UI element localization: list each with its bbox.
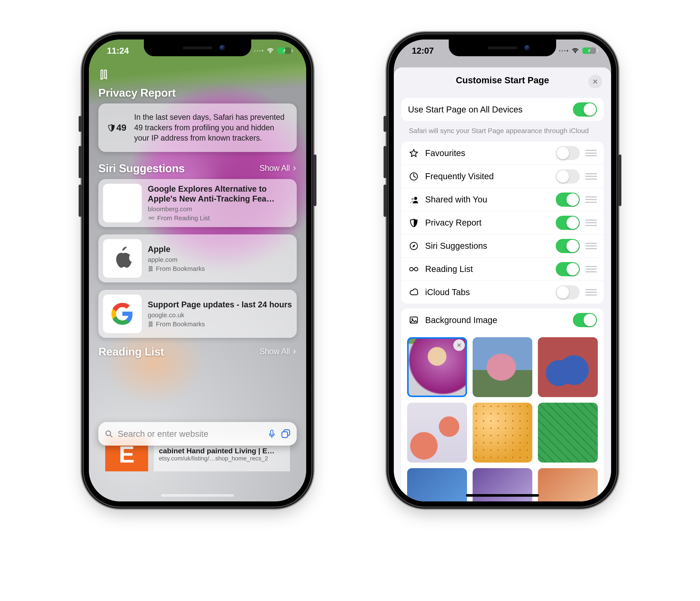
- suggestion-title: Support Page updates - last 24 hours: [148, 300, 292, 310]
- book-icon: [148, 266, 154, 271]
- status-time: 11:24: [107, 46, 129, 56]
- section-toggle[interactable]: [556, 262, 580, 276]
- suggestion-domain: google.co.uk: [148, 311, 292, 319]
- customise-sheet: Customise Start Page Use Start Page on A…: [394, 68, 611, 501]
- close-icon: [593, 79, 598, 84]
- section-label: Favourites: [425, 148, 550, 158]
- address-bar[interactable]: Search or enter website: [98, 422, 297, 446]
- sync-row: Use Start Page on All Devices: [401, 98, 604, 121]
- address-placeholder: Search or enter website: [118, 429, 263, 439]
- suggestion-source: From Bookmarks: [148, 265, 205, 272]
- drag-handle[interactable]: [585, 266, 597, 272]
- volume-down-button[interactable]: [383, 185, 386, 217]
- privacy-summary: In the last seven days, Safari has preve…: [134, 112, 287, 143]
- sync-group: Use Start Page on All Devices: [401, 98, 604, 121]
- section-row: iCloud Tabs: [401, 281, 604, 304]
- image-icon: [408, 316, 420, 324]
- section-toggle[interactable]: [556, 146, 580, 160]
- screen-left: 11:24 ⚡︎ Privacy Report 49: [89, 40, 306, 501]
- background-grid: [401, 332, 604, 501]
- sync-label: Use Start Page on All Devices: [408, 105, 567, 114]
- phone-right: 12:07 ⚡︎ Customise Start Page Use Start …: [389, 34, 616, 506]
- status-time: 12:07: [412, 46, 434, 56]
- home-indicator[interactable]: [466, 494, 539, 497]
- drag-handle[interactable]: [585, 219, 597, 226]
- search-icon: [105, 430, 113, 438]
- notch: [144, 40, 251, 56]
- section-toggle[interactable]: [556, 169, 580, 184]
- wifi-icon: [266, 47, 274, 54]
- background-group: Background Image: [401, 309, 604, 501]
- siri-suggestion-item[interactable]: Google Explores Alternative to Apple's N…: [98, 179, 297, 227]
- silence-switch[interactable]: [79, 116, 82, 132]
- chevron-right-icon: [292, 348, 297, 355]
- sheet-title: Customise Start Page: [456, 75, 549, 85]
- close-button[interactable]: [588, 75, 602, 88]
- drag-handle[interactable]: [585, 289, 597, 295]
- phone-left: 11:24 ⚡︎ Privacy Report 49: [84, 34, 311, 506]
- sync-toggle[interactable]: [573, 102, 597, 116]
- shield-icon: [108, 124, 115, 132]
- clock-icon: [408, 172, 420, 181]
- section-toggle[interactable]: [556, 239, 580, 253]
- home-indicator[interactable]: [161, 494, 234, 497]
- bg-option[interactable]: [538, 337, 598, 397]
- thumbnail: [103, 184, 142, 223]
- section-toggle[interactable]: [556, 285, 580, 299]
- sync-footnote: Safari will sync your Start Page appeara…: [401, 121, 604, 137]
- voice-search-button[interactable]: [268, 429, 276, 439]
- people-icon: [408, 195, 420, 204]
- book-icon: [99, 69, 109, 80]
- thumbnail: [103, 239, 142, 278]
- chevron-right-icon: [292, 165, 297, 172]
- bg-option-current[interactable]: [407, 337, 467, 397]
- bookmarks-button[interactable]: [98, 69, 109, 80]
- privacy-report-card[interactable]: 49 In the last seven days, Safari has pr…: [98, 103, 297, 152]
- privacy-report-title: Privacy Report: [98, 86, 297, 99]
- reading-list-header: Reading List Show All: [98, 345, 297, 358]
- tabs-button[interactable]: [281, 429, 290, 439]
- volume-down-button[interactable]: [79, 185, 82, 217]
- siri-suggestion-item[interactable]: Support Page updates - last 24 hours goo…: [98, 290, 297, 338]
- suggestion-source: From Bookmarks: [148, 320, 292, 328]
- drag-handle[interactable]: [585, 173, 597, 180]
- section-label: Frequently Visited: [425, 172, 550, 181]
- section-row: Siri Suggestions: [401, 234, 604, 257]
- sections-group: FavouritesFrequently VisitedShared with …: [401, 141, 604, 304]
- bg-option[interactable]: [538, 403, 598, 463]
- glasses-icon: [408, 265, 420, 273]
- show-all-link[interactable]: Show All: [259, 347, 297, 356]
- drag-handle[interactable]: [585, 150, 597, 156]
- tracker-count: 49: [108, 122, 126, 134]
- star-icon: [408, 149, 420, 157]
- suggestion-title: Google Explores Alternative to Apple's N…: [148, 184, 292, 204]
- background-toggle[interactable]: [573, 313, 597, 327]
- power-button[interactable]: [618, 155, 621, 206]
- section-row: Reading List: [401, 257, 604, 281]
- bg-option[interactable]: [538, 468, 598, 501]
- bg-option[interactable]: [473, 337, 532, 397]
- drag-handle[interactable]: [585, 243, 597, 249]
- power-button[interactable]: [314, 155, 317, 206]
- siri-suggestions-header: Siri Suggestions Show All: [98, 162, 297, 175]
- apple-icon: [110, 245, 134, 271]
- bg-option[interactable]: [473, 403, 532, 463]
- screen-right: 12:07 ⚡︎ Customise Start Page Use Start …: [394, 40, 611, 501]
- remove-bg-button[interactable]: [453, 339, 465, 351]
- volume-up-button[interactable]: [79, 146, 82, 178]
- bg-option[interactable]: [407, 468, 467, 501]
- show-all-link[interactable]: Show All: [259, 163, 297, 173]
- close-icon: [457, 343, 461, 347]
- siri-suggestion-item[interactable]: Apple apple.com From Bookmarks: [98, 234, 297, 283]
- bg-option[interactable]: [407, 403, 467, 463]
- volume-up-button[interactable]: [383, 146, 386, 178]
- tabs-icon: [281, 429, 290, 439]
- section-label: Siri Suggestions: [425, 241, 550, 251]
- section-toggle[interactable]: [556, 192, 580, 207]
- sheet-header: Customise Start Page: [401, 68, 604, 93]
- silence-switch[interactable]: [383, 116, 386, 132]
- suggestion-domain: bloomberg.com: [148, 205, 292, 213]
- section-toggle[interactable]: [556, 216, 580, 230]
- reading-item-title: cabinet Hand painted Living | E…: [159, 447, 285, 455]
- drag-handle[interactable]: [585, 197, 597, 203]
